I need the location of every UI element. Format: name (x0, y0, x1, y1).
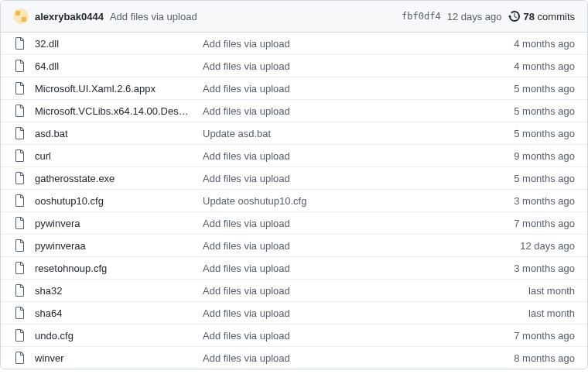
table-row: sha32Add files via uploadlast month (1, 279, 587, 301)
table-row: ooshutup10.cfgUpdate ooshutup10.cfg3 mon… (1, 189, 587, 211)
file-age: 3 months ago (514, 263, 575, 274)
table-row: pywinveraaAdd files via upload12 days ag… (1, 234, 587, 256)
table-row: sha64Add files via uploadlast month (1, 301, 587, 324)
file-age: 5 months ago (514, 105, 575, 117)
file-age: 9 months ago (514, 150, 575, 162)
file-name-link[interactable]: 32.dll (35, 38, 193, 50)
file-age: 5 months ago (514, 83, 575, 94)
table-row: Microsoft.VCLibs.x64.14.00.Desktop.a...A… (1, 99, 587, 122)
commit-sha-link[interactable]: fbf0df4 (402, 11, 441, 22)
file-name-link[interactable]: pywinveraa (35, 240, 193, 252)
file-icon (13, 239, 26, 252)
file-commit-message[interactable]: Add files via upload (203, 105, 504, 117)
file-name-link[interactable]: Microsoft.UI.Xaml.2.6.appx (35, 83, 193, 94)
file-age: 3 months ago (514, 195, 575, 207)
avatar[interactable] (13, 9, 29, 24)
file-commit-message[interactable]: Update asd.bat (203, 128, 504, 139)
file-name-link[interactable]: ooshutup10.cfg (35, 195, 193, 207)
table-row: gatherosstate.exeAdd files via upload5 m… (1, 167, 587, 189)
file-commit-message[interactable]: Add files via upload (203, 150, 504, 162)
table-row: 64.dllAdd files via upload4 months ago (1, 54, 587, 77)
commit-message-link[interactable]: Add files via upload (110, 11, 197, 22)
file-icon (13, 217, 26, 229)
table-row: curlAdd files via upload9 months ago (1, 144, 587, 167)
file-commit-message[interactable]: Update ooshutup10.cfg (203, 195, 504, 207)
file-commit-message[interactable]: Add files via upload (203, 83, 504, 94)
file-list-panel: alexrybak0444 Add files via upload fbf0d… (0, 0, 588, 369)
file-name-link[interactable]: gatherosstate.exe (35, 173, 193, 184)
file-icon (13, 149, 26, 162)
file-rows: 32.dllAdd files via upload4 months ago64… (1, 33, 587, 369)
file-commit-message[interactable]: Add files via upload (203, 240, 511, 252)
file-commit-message[interactable]: Add files via upload (203, 263, 504, 274)
table-row: Microsoft.UI.Xaml.2.6.appxAdd files via … (1, 77, 587, 99)
file-icon (13, 37, 26, 50)
file-age: 12 days ago (520, 240, 575, 252)
history-icon (508, 10, 521, 22)
file-name-link[interactable]: sha32 (35, 285, 193, 297)
file-icon (13, 307, 26, 319)
table-row: asd.batUpdate asd.bat5 months ago (1, 122, 587, 144)
commit-age: 12 days ago (447, 11, 502, 22)
file-name-link[interactable]: resetohnoup.cfg (35, 263, 193, 274)
file-name-link[interactable]: sha64 (35, 307, 193, 319)
file-name-link[interactable]: 64.dll (35, 60, 193, 72)
file-commit-message[interactable]: Add files via upload (203, 307, 519, 319)
file-icon (13, 329, 26, 342)
file-icon (13, 284, 26, 297)
commits-label: commits (538, 11, 575, 22)
file-name-link[interactable]: curl (35, 150, 193, 162)
file-commit-message[interactable]: Add files via upload (203, 285, 519, 297)
table-row: winverAdd files via upload8 months ago (1, 346, 587, 369)
file-commit-message[interactable]: Add files via upload (203, 38, 504, 50)
file-icon (13, 194, 26, 207)
file-age: 8 months ago (514, 352, 575, 364)
commits-count: 78 (524, 11, 535, 22)
table-row: 32.dllAdd files via upload4 months ago (1, 33, 587, 54)
file-age: 5 months ago (514, 128, 575, 139)
file-name-link[interactable]: undo.cfg (35, 330, 193, 342)
file-age: 4 months ago (514, 60, 575, 72)
file-name-link[interactable]: Microsoft.VCLibs.x64.14.00.Desktop.a... (35, 105, 193, 117)
file-commit-message[interactable]: Add files via upload (203, 173, 504, 184)
file-age: 4 months ago (514, 38, 575, 50)
file-icon (13, 262, 26, 274)
latest-commit-header: alexrybak0444 Add files via upload fbf0d… (1, 1, 587, 33)
file-commit-message[interactable]: Add files via upload (203, 218, 504, 229)
table-row: undo.cfgAdd files via upload7 months ago (1, 324, 587, 346)
file-commit-message[interactable]: Add files via upload (203, 330, 504, 342)
file-icon (13, 172, 26, 184)
commits-link[interactable]: 78 commits (508, 10, 575, 22)
file-age: 7 months ago (514, 218, 575, 229)
file-name-link[interactable]: winver (35, 352, 193, 364)
file-icon (13, 82, 26, 94)
file-commit-message[interactable]: Add files via upload (203, 352, 504, 364)
file-icon (13, 127, 26, 139)
file-age: last month (528, 307, 575, 319)
file-icon (13, 105, 26, 117)
file-age: 5 months ago (514, 173, 575, 184)
file-commit-message[interactable]: Add files via upload (203, 60, 504, 72)
file-age: last month (528, 285, 575, 297)
table-row: pywinveraAdd files via upload7 months ag… (1, 211, 587, 234)
table-row: resetohnoup.cfgAdd files via upload3 mon… (1, 256, 587, 279)
author-link[interactable]: alexrybak0444 (35, 11, 104, 22)
file-name-link[interactable]: pywinvera (35, 218, 193, 229)
file-age: 7 months ago (514, 330, 575, 342)
file-icon (13, 60, 26, 72)
file-icon (13, 352, 26, 364)
file-name-link[interactable]: asd.bat (35, 128, 193, 139)
